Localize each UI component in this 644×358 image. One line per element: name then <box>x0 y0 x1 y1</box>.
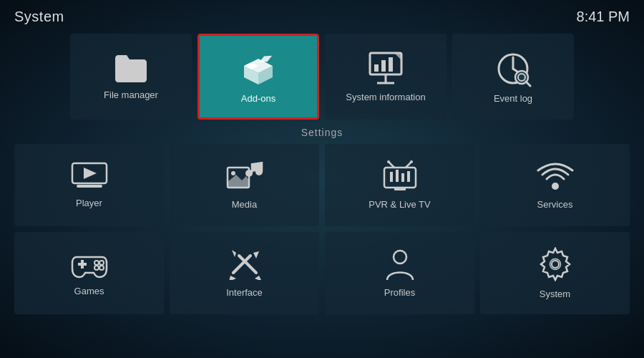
interface-label: Interface <box>226 287 263 298</box>
svg-marker-45 <box>232 250 236 257</box>
pvr-live-tv-cell[interactable]: PVR & Live TV <box>325 144 474 226</box>
svg-point-39 <box>99 266 104 270</box>
media-label: Media <box>232 199 257 210</box>
add-ons-label: Add-ons <box>241 93 275 104</box>
pvr-icon <box>381 160 419 192</box>
player-cell[interactable]: Player <box>14 144 164 226</box>
system-icon <box>538 247 572 281</box>
svg-rect-3 <box>389 57 393 72</box>
services-label: Services <box>537 199 573 210</box>
svg-point-36 <box>94 261 99 265</box>
svg-marker-42 <box>253 251 259 258</box>
event-log-cell[interactable]: Event log <box>452 34 574 120</box>
svg-marker-6 <box>394 53 401 60</box>
svg-rect-15 <box>77 185 102 188</box>
system-cell[interactable]: System <box>480 232 630 314</box>
file-manager-cell[interactable]: File manager <box>70 34 192 120</box>
svg-line-11 <box>526 82 530 86</box>
event-log-label: Event log <box>494 93 532 104</box>
svg-rect-29 <box>396 170 399 182</box>
top-row: File manager Add-ons <box>0 34 644 120</box>
eventlog-icon <box>494 50 532 87</box>
system-information-cell[interactable]: System information <box>325 34 447 120</box>
svg-rect-1 <box>374 64 379 72</box>
svg-point-26 <box>387 160 390 163</box>
media-cell[interactable]: Media <box>170 144 319 226</box>
svg-point-37 <box>99 261 104 265</box>
svg-point-46 <box>394 251 406 263</box>
svg-marker-14 <box>84 168 97 179</box>
games-label: Games <box>74 286 104 296</box>
add-ons-cell[interactable]: Add-ons <box>197 34 319 120</box>
media-icon <box>226 160 263 192</box>
profiles-label: Profiles <box>384 287 415 298</box>
presentation-icon <box>367 52 404 86</box>
player-icon <box>71 162 108 190</box>
system-label: System <box>540 289 570 299</box>
svg-rect-31 <box>407 171 410 182</box>
header: System 8:41 PM <box>0 0 644 31</box>
profiles-icon <box>381 248 419 280</box>
games-cell[interactable]: Games <box>14 232 164 314</box>
svg-marker-41 <box>229 276 236 280</box>
interface-cell[interactable]: Interface <box>170 232 319 314</box>
svg-rect-23 <box>384 168 416 188</box>
svg-point-33 <box>552 183 559 190</box>
svg-point-27 <box>410 160 413 163</box>
svg-point-17 <box>231 171 235 175</box>
svg-point-38 <box>94 266 99 270</box>
svg-rect-2 <box>381 60 386 72</box>
svg-rect-35 <box>81 260 84 268</box>
services-cell[interactable]: Services <box>480 144 630 226</box>
services-icon <box>537 160 574 192</box>
settings-grid: Player Media <box>0 144 644 314</box>
svg-marker-18 <box>228 175 249 188</box>
svg-rect-30 <box>401 173 404 182</box>
clock: 8:41 PM <box>577 9 630 25</box>
player-label: Player <box>76 198 102 208</box>
settings-label: Settings <box>0 127 644 138</box>
file-manager-label: File manager <box>104 90 158 100</box>
folder-icon <box>112 54 150 84</box>
svg-rect-28 <box>390 172 393 182</box>
pvr-label: PVR & Live TV <box>369 199 430 210</box>
profiles-cell[interactable]: Profiles <box>325 232 474 314</box>
svg-rect-32 <box>394 188 406 190</box>
svg-marker-44 <box>255 276 262 280</box>
page-title: System <box>14 9 64 25</box>
addons-icon <box>240 50 277 87</box>
interface-icon <box>226 248 263 280</box>
system-information-label: System information <box>346 92 425 102</box>
gamepad-icon <box>71 250 108 279</box>
